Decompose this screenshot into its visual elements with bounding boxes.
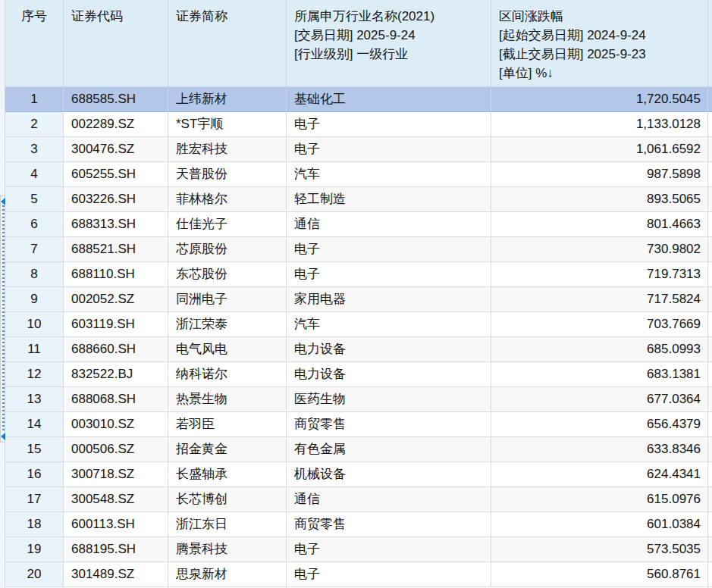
range-change-cell[interactable]: 573.5035: [491, 537, 708, 561]
security-name-cell[interactable]: 浙江荣泰: [168, 312, 287, 336]
security-name-cell[interactable]: 腾景科技: [168, 537, 287, 561]
row-sliver[interactable]: [708, 137, 712, 161]
row-index[interactable]: 13: [5, 387, 64, 411]
row-sliver[interactable]: [708, 487, 712, 511]
table-row[interactable]: 2002289.SZ*ST宇顺电子1,133.0128: [5, 112, 712, 137]
security-name-cell[interactable]: 若羽臣: [168, 412, 287, 436]
table-row[interactable]: 6688313.SH仕佳光子通信801.4663: [5, 212, 712, 237]
security-name-cell[interactable]: 芯原股份: [168, 237, 287, 261]
row-index[interactable]: 3: [5, 137, 64, 161]
panel-splitter-handle[interactable]: [0, 195, 5, 443]
security-code-cell[interactable]: 002289.SZ: [64, 112, 168, 136]
row-sliver[interactable]: [708, 262, 712, 286]
range-change-cell[interactable]: 717.5824: [491, 287, 708, 311]
range-change-cell[interactable]: 801.4663: [491, 212, 708, 236]
range-change-cell[interactable]: 677.0364: [491, 387, 708, 411]
row-sliver[interactable]: [708, 212, 712, 236]
column-header-security-code[interactable]: 证券代码: [64, 0, 168, 86]
row-index[interactable]: 2: [5, 112, 64, 136]
range-change-cell[interactable]: 656.4379: [491, 412, 708, 436]
column-header-industry[interactable]: 所属申万行业名称(2021) [交易日期] 2025-9-24 [行业级别] 一…: [287, 0, 491, 86]
row-sliver[interactable]: [708, 362, 712, 386]
security-code-cell[interactable]: 688195.SH: [64, 537, 168, 561]
security-name-cell[interactable]: 电气风电: [168, 337, 287, 361]
security-code-cell[interactable]: 688585.SH: [64, 87, 168, 111]
table-row[interactable]: 14003010.SZ若羽臣商贸零售656.4379: [5, 412, 712, 437]
range-change-cell[interactable]: 601.0384: [491, 512, 708, 536]
security-code-cell[interactable]: 832522.BJ: [64, 362, 168, 386]
range-change-cell[interactable]: 1,133.0128: [491, 112, 708, 136]
industry-cell[interactable]: 电力设备: [287, 337, 491, 361]
industry-cell[interactable]: 电子: [287, 237, 491, 261]
row-sliver[interactable]: [708, 287, 712, 311]
industry-cell[interactable]: 电子: [287, 137, 491, 161]
row-index[interactable]: 11: [5, 337, 64, 361]
security-name-cell[interactable]: 热景生物: [168, 387, 287, 411]
table-row[interactable]: 15000506.SZ招金黄金有色金属633.8346: [5, 437, 712, 462]
security-name-cell[interactable]: *ST宇顺: [168, 112, 287, 136]
industry-cell[interactable]: 电子: [287, 537, 491, 561]
row-index[interactable]: 14: [5, 412, 64, 436]
security-code-cell[interactable]: 300718.SZ: [64, 462, 168, 486]
security-name-cell[interactable]: 同洲电子: [168, 287, 287, 311]
row-index[interactable]: 4: [5, 162, 64, 186]
row-index[interactable]: 20: [5, 562, 64, 586]
security-code-cell[interactable]: 300476.SZ: [64, 137, 168, 161]
row-index[interactable]: 9: [5, 287, 64, 311]
range-change-cell[interactable]: 730.9802: [491, 237, 708, 261]
range-change-cell[interactable]: 703.7669: [491, 312, 708, 336]
security-name-cell[interactable]: 浙江东日: [168, 512, 287, 536]
column-header-index[interactable]: 序号: [5, 0, 64, 86]
security-code-cell[interactable]: 603226.SH: [64, 187, 168, 211]
row-sliver[interactable]: [708, 537, 712, 561]
security-name-cell[interactable]: 胜宏科技: [168, 137, 287, 161]
security-code-cell[interactable]: 688521.SH: [64, 237, 168, 261]
row-index[interactable]: 19: [5, 537, 64, 561]
security-code-cell[interactable]: 688313.SH: [64, 212, 168, 236]
row-sliver[interactable]: [708, 112, 712, 136]
row-sliver[interactable]: [708, 87, 712, 111]
range-change-cell[interactable]: 1,061.6592: [491, 137, 708, 161]
security-code-cell[interactable]: 600113.SH: [64, 512, 168, 536]
industry-cell[interactable]: 家用电器: [287, 287, 491, 311]
row-index[interactable]: 6: [5, 212, 64, 236]
security-name-cell[interactable]: 招金黄金: [168, 437, 287, 461]
column-header-security-name[interactable]: 证券简称: [168, 0, 287, 86]
industry-cell[interactable]: 商贸零售: [287, 512, 491, 536]
row-sliver[interactable]: [708, 412, 712, 436]
security-code-cell[interactable]: 301489.SZ: [64, 562, 168, 586]
security-code-cell[interactable]: 688110.SH: [64, 262, 168, 286]
security-code-cell[interactable]: 002052.SZ: [64, 287, 168, 311]
table-row[interactable]: 19688195.SH腾景科技电子573.5035: [5, 537, 712, 562]
security-code-cell[interactable]: 000506.SZ: [64, 437, 168, 461]
table-row[interactable]: 10603119.SH浙江荣泰汽车703.7669: [5, 312, 712, 337]
industry-cell[interactable]: 机械设备: [287, 462, 491, 486]
security-code-cell[interactable]: 605255.SH: [64, 162, 168, 186]
range-change-cell[interactable]: 633.8346: [491, 437, 708, 461]
security-code-cell[interactable]: 003010.SZ: [64, 412, 168, 436]
row-index[interactable]: 7: [5, 237, 64, 261]
row-index[interactable]: 10: [5, 312, 64, 336]
security-name-cell[interactable]: 天普股份: [168, 162, 287, 186]
security-code-cell[interactable]: 603119.SH: [64, 312, 168, 336]
table-row[interactable]: 1688585.SH上纬新材基础化工1,720.5045: [5, 87, 712, 112]
industry-cell[interactable]: 通信: [287, 212, 491, 236]
industry-cell[interactable]: 通信: [287, 487, 491, 511]
row-sliver[interactable]: [708, 387, 712, 411]
security-name-cell[interactable]: 仕佳光子: [168, 212, 287, 236]
industry-cell[interactable]: 汽车: [287, 312, 491, 336]
table-row[interactable]: 16300718.SZ长盛轴承机械设备624.4341: [5, 462, 712, 487]
industry-cell[interactable]: 电力设备: [287, 362, 491, 386]
table-row[interactable]: 13688068.SH热景生物医药生物677.0364: [5, 387, 712, 412]
range-change-cell[interactable]: 683.1381: [491, 362, 708, 386]
security-name-cell[interactable]: 思泉新材: [168, 562, 287, 586]
range-change-cell[interactable]: 560.8761: [491, 562, 708, 586]
row-sliver[interactable]: [708, 437, 712, 461]
industry-cell[interactable]: 医药生物: [287, 387, 491, 411]
security-name-cell[interactable]: 纳科诺尔: [168, 362, 287, 386]
row-sliver[interactable]: [708, 312, 712, 336]
row-index[interactable]: 17: [5, 487, 64, 511]
security-name-cell[interactable]: 上纬新材: [168, 87, 287, 111]
range-change-cell[interactable]: 615.0976: [491, 487, 708, 511]
security-name-cell[interactable]: 长盛轴承: [168, 462, 287, 486]
